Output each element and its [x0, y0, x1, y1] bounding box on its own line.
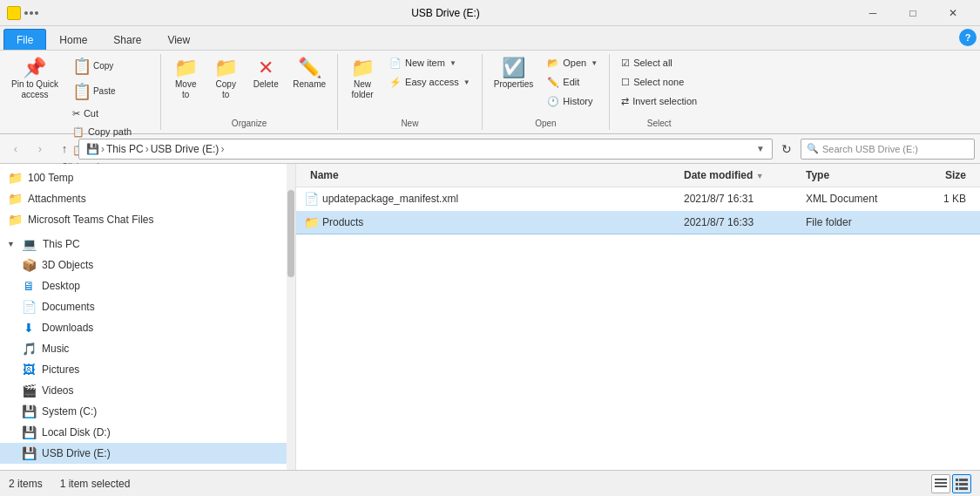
- search-box[interactable]: 🔍 Search USB Drive (E:): [801, 139, 975, 160]
- back-button[interactable]: ‹: [5, 139, 26, 160]
- sidebar-label: Pictures: [42, 364, 79, 376]
- sidebar-label: Downloads: [42, 322, 93, 334]
- sidebar-item-thispc[interactable]: ▼ 💻 This PC: [0, 234, 295, 255]
- list-view-button[interactable]: [931, 474, 950, 493]
- col-type[interactable]: Type: [799, 167, 903, 183]
- search-icon: 🔍: [807, 143, 819, 154]
- easy-access-button[interactable]: ⚡ Easy access ▼: [383, 73, 476, 91]
- sidebar-scrollbar[interactable]: [287, 164, 295, 470]
- copy-to-button[interactable]: 📁 Copy to: [206, 54, 245, 105]
- copy-button[interactable]: 📋 Copy: [66, 54, 155, 78]
- copy-label: Copy: [93, 61, 113, 71]
- sidebar-item-pictures[interactable]: 🖼 Pictures: [0, 359, 295, 380]
- edit-button[interactable]: ✏️ Edit: [541, 73, 604, 91]
- sidebar-item-attachments[interactable]: 📁 Attachments: [0, 188, 295, 209]
- new-folder-button[interactable]: 📁 New folder: [343, 54, 382, 105]
- addressbar: ‹ › ↑ 💾 › This PC › USB Drive (E:) › ▼ ↻…: [0, 134, 980, 164]
- file-header: Name Date modified ▼ Type Size: [296, 164, 980, 187]
- copy-path-icon: 📋: [72, 126, 84, 138]
- select-all-icon: ☑: [621, 58, 630, 69]
- products-folder-icon: 📁: [303, 214, 319, 230]
- minimize-button[interactable]: ─: [853, 0, 893, 26]
- select-all-label: Select all: [633, 58, 672, 68]
- videos-icon: 🎬: [21, 383, 37, 398]
- move-to-button[interactable]: 📁 Move to: [166, 54, 205, 105]
- forward-button[interactable]: ›: [30, 139, 51, 160]
- sidebar-item-teams[interactable]: 📁 Microsoft Teams Chat Files: [0, 209, 295, 230]
- file-size-products: [903, 221, 973, 224]
- sidebar-label: USB Drive (E:): [42, 447, 111, 459]
- ribbon-tabs: File Home Share View ?: [0, 26, 980, 51]
- history-button[interactable]: 🕐 History: [541, 92, 604, 110]
- new-group: 📁 New folder 📄 New item ▼ ⚡ Easy access …: [338, 54, 483, 130]
- xml-file-icon: 📄: [303, 191, 319, 207]
- sidebar-item-documents[interactable]: 📄 Documents: [0, 296, 295, 317]
- up-button[interactable]: ↑: [54, 139, 75, 160]
- maximize-button[interactable]: □: [893, 0, 933, 26]
- select-all-button[interactable]: ☑ Select all: [615, 54, 703, 71]
- help-button[interactable]: ?: [959, 29, 977, 46]
- col-name[interactable]: Name: [303, 167, 677, 183]
- sidebar-item-3dobjects[interactable]: 📦 3D Objects: [0, 255, 295, 275]
- open-icon: 📂: [547, 58, 559, 69]
- statusbar: 2 items 1 item selected: [0, 470, 980, 496]
- address-box[interactable]: 💾 › This PC › USB Drive (E:) › ▼: [78, 139, 773, 160]
- history-label: History: [563, 96, 592, 106]
- col-size[interactable]: Size: [903, 167, 973, 183]
- col-date[interactable]: Date modified ▼: [677, 167, 799, 183]
- sidebar-label: Music: [42, 343, 69, 355]
- close-button[interactable]: ✕: [933, 0, 973, 26]
- sidebar-item-system-c[interactable]: 💾 System (C:): [0, 401, 295, 422]
- downloads-icon: ⬇: [21, 320, 37, 336]
- select-group: ☑ Select all ☐ Select none ⇄ Invert sele…: [610, 54, 708, 130]
- file-row-products[interactable]: 📁 Products 2021/8/7 16:33 File folder: [296, 211, 980, 234]
- select-none-icon: ☐: [621, 77, 630, 88]
- open-button[interactable]: 📂 Open ▼: [541, 54, 604, 71]
- address-drive: USB Drive (E:): [151, 143, 220, 155]
- sidebar-item-downloads[interactable]: ⬇ Downloads: [0, 317, 295, 338]
- svg-rect-2: [935, 486, 947, 487]
- pictures-icon: 🖼: [21, 362, 37, 377]
- cut-button[interactable]: ✂ Cut: [66, 105, 155, 122]
- sidebar-item-local-d[interactable]: 💾 Local Disk (D:): [0, 422, 295, 443]
- new-item-button[interactable]: 📄 New item ▼: [383, 54, 476, 71]
- properties-icon: ☑️: [502, 58, 525, 78]
- copy-path-label: Copy path: [88, 126, 132, 137]
- invert-selection-button[interactable]: ⇄ Invert selection: [615, 92, 703, 110]
- sidebar-label: 100 Temp: [28, 172, 73, 184]
- sidebar-item-videos[interactable]: 🎬 Videos: [0, 380, 295, 401]
- sidebar-item-usb-e[interactable]: 💾 USB Drive (E:): [0, 443, 295, 464]
- pin-icon: 📌: [23, 58, 46, 78]
- sidebar-item-desktop[interactable]: 🖥 Desktop: [0, 275, 295, 296]
- delete-label: Delete: [253, 79, 279, 90]
- file-name-xml: updatepackage_manifest.xml: [322, 191, 677, 207]
- sidebar-label: Attachments: [28, 193, 86, 205]
- file-size-xml: 1 KB: [903, 191, 973, 207]
- file-pane: Name Date modified ▼ Type Size 📄 updatep…: [296, 164, 980, 470]
- details-view-button[interactable]: [952, 474, 971, 493]
- titlebar-dots: [24, 11, 38, 15]
- file-row-xml[interactable]: 📄 updatepackage_manifest.xml 2021/8/7 16…: [296, 187, 980, 211]
- tab-view[interactable]: View: [154, 29, 203, 50]
- tab-share[interactable]: Share: [100, 29, 154, 50]
- selected-count: 1 item selected: [60, 478, 131, 490]
- open-label: Open: [563, 58, 586, 68]
- rename-button[interactable]: ✏️ Rename: [287, 54, 332, 94]
- pin-to-quick-access-button[interactable]: 📌 Pin to Quick access: [5, 54, 64, 105]
- sidebar-item-music[interactable]: 🎵 Music: [0, 338, 295, 359]
- select-none-button[interactable]: ☐ Select none: [615, 73, 703, 91]
- sidebar-item-100temp[interactable]: 📁 100 Temp: [0, 167, 295, 188]
- locald-icon: 💾: [21, 425, 37, 440]
- sidebar-label: Microsoft Teams Chat Files: [28, 214, 154, 226]
- new-label: New: [401, 115, 418, 130]
- sidebar-label: Documents: [42, 301, 95, 313]
- new-small-btns: 📄 New item ▼ ⚡ Easy access ▼: [383, 54, 476, 91]
- properties-button[interactable]: ☑️ Properties: [488, 54, 540, 94]
- tab-file[interactable]: File: [3, 29, 46, 50]
- refresh-button[interactable]: ↻: [776, 139, 797, 160]
- paste-button[interactable]: 📋 Paste: [66, 79, 155, 104]
- tab-home[interactable]: Home: [46, 29, 100, 50]
- new-item-icon: 📄: [389, 58, 402, 69]
- delete-button[interactable]: ✕ Delete: [247, 54, 285, 94]
- search-placeholder: Search USB Drive (E:): [822, 144, 918, 154]
